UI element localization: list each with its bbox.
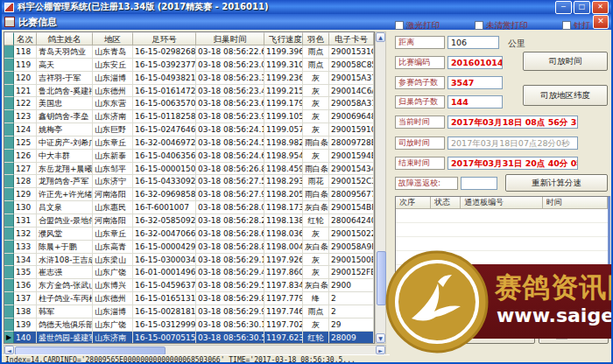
table-row[interactable]: 133陈晨+于鹏山东高青16-15-000042903-18 08:56:28.… [4, 241, 374, 254]
child-close-icon[interactable]: ✕ [593, 15, 609, 29]
table-row[interactable]: 118青岛天羽鸽业山东青岛16-15-029826803-18 08:56:22… [4, 46, 374, 59]
minimize-button[interactable]: ─ [555, 1, 572, 14]
rank-cell: 118 [14, 46, 37, 59]
column-header[interactable]: 地区 [93, 32, 133, 46]
returned-count-value[interactable]: 144 [447, 95, 503, 108]
unsettled-print-checkbox[interactable]: 未清赏打印 [475, 20, 528, 31]
table-row[interactable]: 119高天山东安丘16-15-039237703-18 08:56:23.046… [4, 59, 374, 72]
rank-cell: 134 [14, 254, 37, 267]
region-cell: 山东巨野 [93, 123, 133, 136]
feather-color-cell: 灰 [303, 123, 329, 136]
return-time-cell: 03-18 08:56:29.578 [196, 279, 264, 292]
table-row[interactable]: 134水浒108-王吉成山东梁山16-15-030003403-18 08:56… [4, 254, 374, 267]
race-code-value[interactable]: 201601014 [447, 56, 503, 69]
speed-cell: 1198.4592 [264, 163, 303, 176]
scroll-right-icon[interactable]: ► [376, 346, 385, 354]
table-row[interactable]: 137柱子鸽业-车丙柱山东德州16-15-016513103-18 08:56:… [4, 292, 374, 305]
ring-number-cell: 16-15-0000150 [133, 163, 196, 176]
release-latitude-button[interactable]: 司放地区纬度 [523, 85, 608, 106]
table-row[interactable]: 123鑫钥鸽舍-李垒山东济南16-15-011825803-18 08:56:2… [4, 110, 374, 123]
dot-matrix-print-checkbox[interactable]: 针打 [562, 20, 590, 31]
table-row[interactable]: 122美国忠山东东营16-15-006357003-18 08:56:23.62… [4, 97, 374, 110]
table-row[interactable]: 127东岳龙翔+晨曦鸽苑山东邹平16-15-000015003-18 08:56… [4, 163, 374, 176]
row-indicator [4, 254, 14, 267]
column-header[interactable]: 鸽主姓名 [37, 32, 93, 46]
ring-number-cell: 16-32-0585092 [133, 214, 196, 228]
speed-cell: 1197.6237 [264, 332, 303, 344]
feather-color-cell: 灰白条 [303, 201, 329, 214]
table-row[interactable]: 139鸽德天地俱乐部山东广饶16-15-031299903-18 08:56:3… [4, 318, 374, 332]
column-header[interactable]: 足环号 [133, 32, 196, 46]
status-bar: Index=14,CARDINFO='28009565E000000000000… [2, 354, 390, 364]
scroll-up-icon[interactable]: ▲ [376, 32, 385, 42]
close-button[interactable]: ✕ [592, 1, 609, 14]
card-number-cell: 280064240900 [329, 214, 374, 228]
return-time-cell: 03-18 08:56:23.625 [196, 97, 264, 110]
row-indicator [4, 228, 14, 241]
table-row[interactable]: 138韩军山东淄博16-15-002818103-18 08:56:29.968… [4, 305, 374, 318]
owner-name-cell: 高天 [37, 59, 93, 72]
channel-list-row [396, 223, 608, 237]
release-time-value[interactable]: 2017年03月18日07点28分0秒 [447, 136, 578, 150]
speed-cell: 1199.2361 [264, 72, 303, 85]
table-row[interactable]: 120吉祥羽-于军山东淄博16-15-049382103-18 08:56:23… [4, 72, 374, 85]
distance-input[interactable]: 106 [447, 36, 499, 49]
channel-column-header[interactable]: 次序 [396, 197, 431, 209]
region-cell: 山东章丘 [93, 228, 133, 241]
table-row[interactable]: 131合盟鸽业-景地伟河南洛阳16-32-058509203-18 08:56:… [4, 214, 374, 228]
scroll-down-icon[interactable]: ▼ [376, 333, 385, 343]
recalc-speed-button[interactable]: 重新计算分速 [505, 174, 608, 192]
card-number-cell: 2900152FEE00 [329, 266, 374, 279]
feather-color-cell: 雨点 [303, 305, 329, 318]
channel-column-header[interactable]: 通道板编号 [461, 197, 543, 209]
column-header[interactable]: 名次 [14, 32, 37, 46]
maximize-button[interactable]: □ [574, 1, 590, 14]
table-row[interactable]: 132濮风堂山东章丘16-32-004706603-18 08:56:28.68… [4, 228, 374, 241]
column-header[interactable]: 电子卡号 [329, 32, 374, 46]
checkbox-label: 激光打印 [406, 20, 440, 32]
column-header[interactable]: 归巢时间 [196, 32, 264, 46]
channel-column-header[interactable]: 时间 [543, 197, 608, 209]
laser-print-checkbox[interactable]: 激光打印 [395, 20, 440, 31]
speed-cell: 1198.0366 [264, 228, 303, 241]
card-number-cell: 280095677B00 [329, 188, 374, 201]
table-row[interactable]: 128龙翔鸽舍-芦军山东济宁16-15-043309203-18 08:56:2… [4, 175, 374, 188]
rank-cell: 126 [14, 150, 37, 163]
column-header[interactable]: 飞行速度 [264, 32, 303, 46]
return-time-cell: 03-18 08:56:29.171 [196, 254, 264, 267]
table-row[interactable]: 124姚梅亭山东巨野16-15-024764603-18 08:56:24.17… [4, 123, 374, 136]
fault-return-input[interactable] [461, 177, 497, 190]
table-row[interactable]: 125中证房产-刘希广山东章丘16-32-004697203-18 08:56:… [4, 136, 374, 150]
card-number-cell: 2900154BFF00 [329, 201, 374, 214]
feather-color-cell: 灰 [303, 72, 329, 85]
watermark-site-name: 赛鸽资讯网 [495, 270, 613, 306]
card-number-cell: 2 [329, 305, 374, 318]
distance-label: 距离 [395, 36, 445, 49]
region-cell: 山东青岛 [93, 46, 133, 59]
table-row[interactable]: 136东方金鸽-张武山山东博兴16-15-045963703-18 08:56:… [4, 279, 374, 292]
feather-color-cell: 灰 [303, 110, 329, 123]
return-time-cell: 03-18 08:56:28.687 [196, 228, 264, 241]
table-row[interactable]: ▶140盛世鸽园-盛建军山东济南16-15-007051503-18 08:56… [4, 332, 374, 344]
feather-color-cell: 灰 [303, 318, 329, 332]
feather-color-cell: 灰 [303, 97, 329, 110]
table-row[interactable]: 121鲁北鸽舍-奚建祎山东德州16-15-016147203-18 08:56:… [4, 85, 374, 98]
table-row[interactable]: 130吕文泉山东惠民16-T-600100703-18 08:56:28.078… [4, 201, 374, 214]
table-row[interactable]: 126中大丰群山东新泰16-15-040635603-18 08:56:24.6… [4, 150, 374, 163]
set-release-time-button[interactable]: 司放时间 [523, 52, 608, 71]
end-time-value[interactable]: 2017年03月31日 20点 40分 0秒 [447, 157, 578, 170]
table-row[interactable]: 135崔志强山东广饶16-01-000149603-18 08:56:29.46… [4, 266, 374, 279]
rank-cell: 132 [14, 228, 37, 241]
checkbox-icon[interactable] [475, 21, 483, 30]
table-body: 118青岛天羽鸽业山东青岛16-15-029826803-18 08:56:22… [4, 46, 374, 344]
checkbox-icon[interactable] [395, 21, 404, 30]
scroll-left-icon[interactable]: ◄ [4, 346, 14, 354]
row-indicator [4, 163, 14, 176]
checkbox-icon[interactable] [562, 21, 571, 30]
channel-column-header[interactable]: 状态 [431, 197, 461, 209]
entered-count-value[interactable]: 3547 [447, 76, 503, 89]
table-row[interactable]: 129许正先+许光绪河南洛阳16-32-096985803-18 08:56:2… [4, 188, 374, 201]
row-indicator: ▶ [4, 332, 14, 344]
column-header[interactable]: 羽色 [303, 32, 329, 46]
return-time-cell: 03-18 08:56:29.468 [196, 266, 264, 279]
